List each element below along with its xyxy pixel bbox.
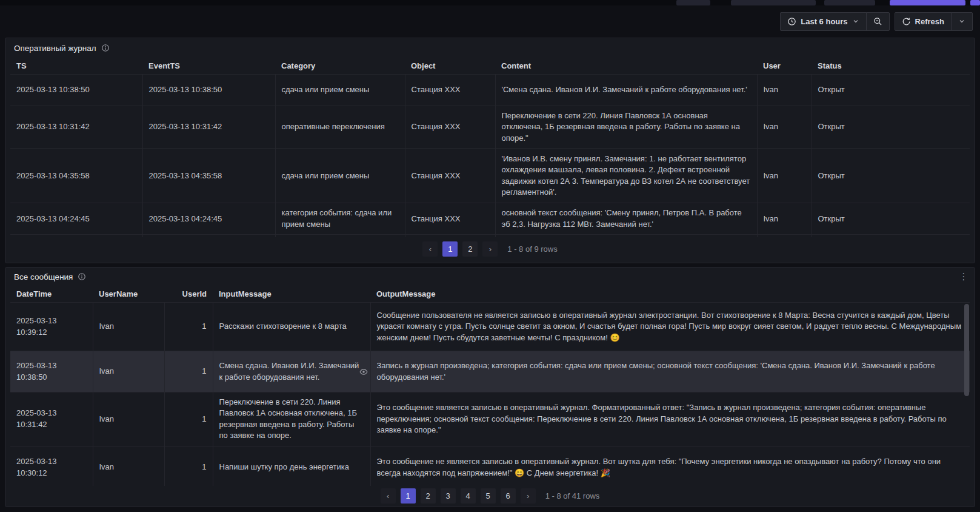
column-header-object[interactable]: Object xyxy=(405,58,495,75)
column-header-outputmessage[interactable]: OutputMessage xyxy=(370,286,970,303)
cell-content: Переключение в сети 220. Линия Павловск … xyxy=(495,106,757,149)
cell-object: Станция XXX xyxy=(405,75,495,106)
time-range-label: Last 6 hours xyxy=(801,17,847,26)
column-header-content[interactable]: Content xyxy=(495,58,757,75)
page-button-5[interactable]: 5 xyxy=(481,488,496,504)
cell-object: Станция XXX xyxy=(405,235,495,237)
table-row-highlighted: 2025-03-13 10:38:50 Ivan 1 Смена сдана. … xyxy=(10,351,970,392)
cell-input: Переключение в сети 220. Линия Павловск … xyxy=(213,392,370,446)
page-button-2[interactable]: 2 xyxy=(462,241,478,257)
cell-eventts: 2025-03-13 04:15:30 xyxy=(142,235,275,237)
table-header-row: DateTime UserName UserId InputMessage Ou… xyxy=(10,286,970,303)
cell-input-text: Смена сдана. Иванов И.И. Замечаний к раб… xyxy=(219,361,359,381)
cell-datetime: 2025-03-13 10:39:12 xyxy=(10,303,93,351)
prev-page-button[interactable]: ‹ xyxy=(422,241,438,257)
column-header-ts[interactable]: TS xyxy=(10,58,142,75)
cell-eventts: 2025-03-13 10:38:50 xyxy=(142,75,275,106)
page-button-1[interactable]: 1 xyxy=(442,241,458,257)
table-header-row: TS EventTS Category Object Content User … xyxy=(10,58,970,75)
cell-content: основной текст сообщения: 'Смену принял,… xyxy=(495,203,757,235)
cell-user: Ivan xyxy=(757,75,812,106)
clipped-toolbar-button[interactable] xyxy=(731,0,816,5)
page-button-2[interactable]: 2 xyxy=(421,488,436,504)
cell-username: Ivan xyxy=(93,351,164,392)
cell-object: Станция XXX xyxy=(405,106,495,149)
clipped-toolbar-button[interactable] xyxy=(824,0,875,5)
column-header-category[interactable]: Category xyxy=(275,58,405,75)
cell-output: Это сообщение является записью в операти… xyxy=(370,392,970,446)
refresh-button[interactable]: Refresh xyxy=(895,12,952,31)
cell-eventts: 2025-03-13 04:24:45 xyxy=(142,203,275,235)
cell-status: Открыт xyxy=(812,203,970,235)
panel1-title: Оперативный журнал xyxy=(14,44,96,53)
cell-ts: 2025-03-13 10:38:50 xyxy=(10,75,142,106)
cell-datetime: 2025-03-13 10:31:42 xyxy=(10,392,93,446)
cell-output: Запись в журнал произведена; категория с… xyxy=(370,351,970,392)
cell-input: Напиши шутку про день энергетика xyxy=(213,446,370,486)
column-header-user[interactable]: User xyxy=(757,58,812,75)
refresh-interval-button[interactable] xyxy=(951,12,973,31)
chevron-down-icon xyxy=(958,18,965,25)
cell-user: Ivan xyxy=(757,203,812,235)
time-picker-group: Last 6 hours xyxy=(780,12,889,31)
cell-datetime: 2025-03-13 10:30:12 xyxy=(10,446,93,486)
zoom-out-time-button[interactable] xyxy=(866,12,890,31)
column-header-userid[interactable]: UserId xyxy=(164,286,213,303)
cell-user: Ivan xyxy=(757,106,812,149)
cell-object: Станция XXX xyxy=(405,149,495,203)
cell-content: 'Иванов И.В. смену принял. Замечания: 1.… xyxy=(495,149,757,203)
panel2-table: DateTime UserName UserId InputMessage Ou… xyxy=(10,286,970,486)
page-button-4[interactable]: 4 xyxy=(461,488,476,504)
next-page-button[interactable]: › xyxy=(521,488,536,504)
row-count-summary: 1 - 8 of 41 rows xyxy=(545,491,600,500)
cell-ts: 2025-03-13 10:31:42 xyxy=(10,106,142,149)
column-header-status[interactable]: Status xyxy=(812,58,970,75)
cell-user: Ivan xyxy=(757,235,812,237)
refresh-icon xyxy=(902,17,911,26)
cell-eventts: 2025-03-13 10:31:42 xyxy=(142,106,275,149)
panel-all-messages: Все сообщения ⋮ DateTime UserName UserId… xyxy=(5,267,975,507)
clock-icon xyxy=(787,17,796,26)
dashboard-toolbar: Last 6 hours Refresh xyxy=(0,5,980,37)
time-range-button[interactable]: Last 6 hours xyxy=(780,12,866,31)
vertical-scrollbar[interactable] xyxy=(964,304,969,396)
cell-datetime: 2025-03-13 10:38:50 xyxy=(10,351,93,392)
panel2-header: Все сообщения ⋮ xyxy=(5,268,975,286)
page-button-1[interactable]: 1 xyxy=(401,488,416,504)
table-row: 2025-03-13 10:31:42 2025-03-13 10:31:42 … xyxy=(10,106,970,149)
cell-input: Расскажи стихотворение к 8 марта xyxy=(213,303,370,351)
page-button-6[interactable]: 6 xyxy=(501,488,516,504)
cell-status: Открыт xyxy=(812,149,970,203)
page-button-3[interactable]: 3 xyxy=(441,488,456,504)
cell-userid: 1 xyxy=(164,392,213,446)
chevron-down-icon xyxy=(852,18,859,25)
column-header-eventts[interactable]: EventTS xyxy=(142,58,275,75)
cell-username: Ivan xyxy=(93,303,164,351)
cell-input: Смена сдана. Иванов И.И. Замечаний к раб… xyxy=(213,351,370,392)
column-header-username[interactable]: UserName xyxy=(93,286,164,303)
cell-object: Станция XXX xyxy=(405,203,495,235)
prev-page-button[interactable]: ‹ xyxy=(381,488,396,504)
cell-userid: 1 xyxy=(164,446,213,486)
refresh-group: Refresh xyxy=(895,12,973,31)
cell-category: сдача или прием смены xyxy=(275,75,405,106)
cell-status: Открыт xyxy=(812,235,970,237)
cell-category xyxy=(275,235,405,237)
panel-operational-journal: Оперативный журнал TS EventTS Category O… xyxy=(5,38,975,263)
cell-status: Открыт xyxy=(812,106,970,149)
panel2-pagination: ‹ 1 2 3 4 5 6 › 1 - 8 of 41 rows xyxy=(5,486,975,505)
table-row: 2025-03-13 10:39:12 Ivan 1 Расскажи стих… xyxy=(10,303,970,351)
info-icon[interactable] xyxy=(101,44,110,52)
kebab-menu-icon[interactable]: ⋮ xyxy=(958,270,970,283)
eye-icon[interactable] xyxy=(359,368,368,376)
column-header-datetime[interactable]: DateTime xyxy=(10,286,93,303)
next-page-button[interactable]: › xyxy=(482,241,498,257)
info-icon[interactable] xyxy=(78,272,86,281)
clipped-toolbar-button[interactable] xyxy=(676,0,710,5)
clipped-primary-button[interactable] xyxy=(890,0,965,5)
column-header-inputmessage[interactable]: InputMessage xyxy=(213,286,370,303)
clipped-primary-button[interactable] xyxy=(970,0,980,5)
cell-output: Это сообщение не является записью в опер… xyxy=(370,446,970,486)
cell-output: Сообщение пользователя не является запис… xyxy=(370,303,970,351)
cell-category: сдача или прием смены xyxy=(275,149,405,203)
